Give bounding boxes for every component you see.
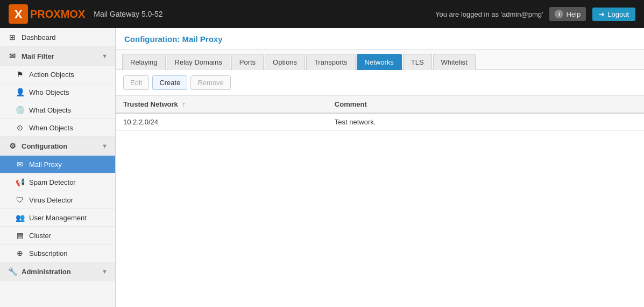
cell-comment: Test network. [327,113,644,131]
tab-transports[interactable]: Transports [306,54,356,70]
column-label: Trusted Network [123,100,178,108]
tab-options[interactable]: Options [265,54,305,70]
sidebar-item-what-objects[interactable]: 💿 What Objects [0,101,115,119]
create-button[interactable]: Create [152,75,187,90]
action-objects-icon: ⚑ [15,70,25,79]
table-row[interactable]: 10.2.2.0/24 Test network. [116,113,644,131]
mail-proxy-icon: ✉ [15,160,25,169]
sidebar-item-spam-detector[interactable]: 📢 Spam Detector [0,173,115,191]
column-header-comment[interactable]: Comment [327,96,644,113]
sidebar: ⊞ Dashboard ✉ Mail Filter ▼ ⚑ Action Obj… [0,28,116,307]
page-header: Configuration: Mail Proxy [116,28,644,50]
info-icon: i [555,10,563,18]
page-title: Configuration: Mail Proxy [124,34,223,44]
sidebar-item-label: What Objects [29,106,71,114]
tab-tls[interactable]: TLS [403,54,432,70]
proxmox-logo: X PROXMOX [9,4,85,24]
spam-detector-icon: 📢 [15,178,25,186]
edit-button[interactable]: Edit [123,75,149,90]
logo-text-mox: MOX [61,8,86,20]
sidebar-item-label: Cluster [29,232,51,240]
proxmox-icon: X [9,4,28,24]
sidebar-item-label: User Management [29,214,87,222]
tab-whitelist[interactable]: Whitelist [433,54,476,70]
expand-icon: ▼ [102,143,108,149]
sidebar-item-who-objects[interactable]: 👤 Who Objects [0,83,115,101]
sidebar-item-label: Virus Detector [29,196,73,204]
header-right: You are logged in as 'admin@pmg' i Help … [435,7,635,21]
subscription-icon: ⊕ [15,249,25,257]
sidebar-item-cluster[interactable]: ▤ Cluster [0,227,115,245]
administration-icon: 🔧 [8,267,17,276]
sidebar-item-label: Administration [22,268,71,276]
sidebar-item-administration[interactable]: 🔧 Administration ▼ [0,262,115,281]
app-title: Mail Gateway 5.0-52 [94,10,162,18]
logo-area: X PROXMOX Mail Gateway 5.0-52 [9,4,163,24]
sidebar-item-mail-filter[interactable]: ✉ Mail Filter ▼ [0,47,115,66]
sidebar-item-label: Dashboard [22,33,56,41]
column-label: Comment [335,100,367,108]
sidebar-item-when-objects[interactable]: ⊙ When Objects [0,119,115,137]
sidebar-item-label: When Objects [29,124,73,132]
who-objects-icon: 👤 [15,88,25,96]
expand-icon: ▼ [102,268,108,275]
user-management-icon: 👥 [15,213,25,222]
mail-filter-icon: ✉ [8,52,17,60]
what-objects-icon: 💿 [15,106,25,114]
virus-detector-icon: 🛡 [15,196,25,204]
table-header-row: Trusted Network ↑ Comment [116,96,644,113]
networks-table: Trusted Network ↑ Comment 10.2.2.0/24 Te… [116,96,644,131]
logout-icon: ➜ [599,10,605,18]
tabs-bar: Relaying Relay Domains Ports Options Tra… [116,50,644,70]
configuration-icon: ⚙ [8,142,17,150]
tab-networks[interactable]: Networks [357,54,402,70]
sidebar-item-configuration[interactable]: ⚙ Configuration ▼ [0,137,115,156]
sidebar-item-label: Spam Detector [29,178,76,186]
logo-text-pro: PRO [30,8,53,20]
content-area: Configuration: Mail Proxy Relaying Relay… [116,28,644,307]
app-header: X PROXMOX Mail Gateway 5.0-52 You are lo… [0,0,644,28]
sidebar-item-mail-proxy[interactable]: ✉ Mail Proxy [0,156,115,173]
table-body: 10.2.2.0/24 Test network. [116,113,644,131]
sidebar-item-label: Configuration [22,142,67,150]
toolbar: Edit Create Remove [116,70,644,96]
tab-relaying[interactable]: Relaying [122,54,166,70]
cell-trusted-network: 10.2.2.0/24 [116,113,327,131]
column-header-trusted-network[interactable]: Trusted Network ↑ [116,96,327,113]
expand-icon: ▼ [102,53,108,59]
tab-ports[interactable]: Ports [231,54,264,70]
cluster-icon: ▤ [15,231,25,240]
tab-relay-domains[interactable]: Relay Domains [167,54,230,70]
sidebar-item-label: Who Objects [29,88,69,96]
remove-button[interactable]: Remove [190,75,230,90]
sidebar-item-subscription[interactable]: ⊕ Subscription [0,245,115,262]
sidebar-item-user-management[interactable]: 👥 User Management [0,209,115,227]
sidebar-item-dashboard[interactable]: ⊞ Dashboard [0,28,115,47]
logo-text-x: X [53,8,60,20]
logout-button[interactable]: ➜ Logout [592,8,635,21]
help-label: Help [566,10,581,18]
sidebar-item-label: Mail Filter [22,52,54,60]
sidebar-item-label: Action Objects [29,71,74,79]
dashboard-icon: ⊞ [8,33,17,41]
sort-asc-icon: ↑ [182,100,186,108]
sidebar-item-virus-detector[interactable]: 🛡 Virus Detector [0,191,115,209]
when-objects-icon: ⊙ [15,123,25,132]
main-layout: ⊞ Dashboard ✉ Mail Filter ▼ ⚑ Action Obj… [0,28,644,307]
help-button[interactable]: i Help [549,7,586,21]
sidebar-item-action-objects[interactable]: ⚑ Action Objects [0,66,115,83]
sidebar-item-label: Subscription [29,249,68,257]
logged-in-text: You are logged in as 'admin@pmg' [435,10,543,18]
svg-text:X: X [15,8,23,21]
logout-label: Logout [607,10,629,18]
sidebar-item-label: Mail Proxy [29,161,62,169]
